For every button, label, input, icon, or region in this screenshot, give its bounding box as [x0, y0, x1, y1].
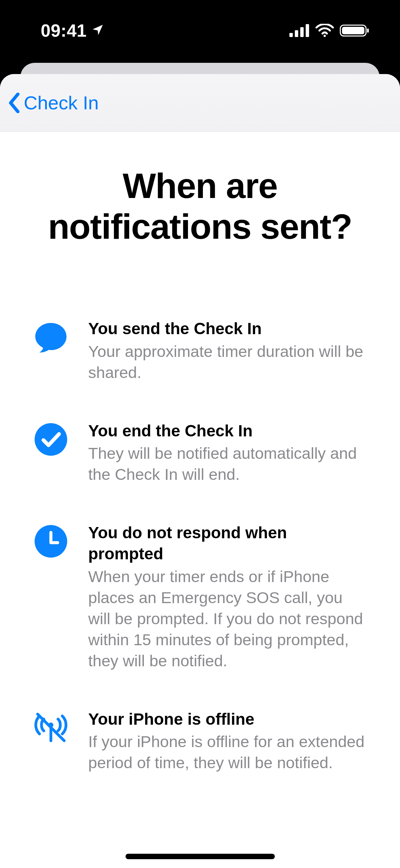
battery-icon: [340, 24, 369, 37]
list-item-title: Your iPhone is offline: [88, 709, 366, 730]
chevron-left-icon: [7, 93, 21, 113]
list-item-text: Your iPhone is offline If your iPhone is…: [88, 709, 366, 773]
list-item: You do not respond when prompted When yo…: [34, 522, 366, 671]
status-time: 09:41: [41, 20, 87, 41]
home-indicator[interactable]: [126, 854, 275, 859]
list-item-title: You send the Check In: [88, 318, 366, 339]
svg-rect-3: [306, 24, 309, 37]
content-area: When are notifications sent? You send th…: [0, 132, 400, 868]
list-item-desc: If your iPhone is offline for an extende…: [88, 731, 366, 773]
svg-point-4: [324, 35, 326, 37]
list-item-text: You send the Check In Your approximate t…: [88, 318, 366, 383]
svg-rect-2: [300, 27, 304, 37]
back-button[interactable]: Check In: [7, 92, 99, 114]
list-item-text: You do not respond when prompted When yo…: [88, 522, 366, 671]
list-item: You send the Check In Your approximate t…: [34, 318, 366, 383]
wifi-icon: [315, 24, 334, 37]
list-item: Your iPhone is offline If your iPhone is…: [34, 709, 366, 773]
location-icon: [91, 20, 104, 41]
list-item-desc: When your timer ends or if iPhone places…: [88, 566, 366, 671]
status-left: 09:41: [41, 20, 104, 41]
list-item-title: You do not respond when prompted: [88, 522, 366, 565]
checkmark-circle-icon: [34, 422, 68, 456]
offline-icon: [34, 711, 68, 745]
cellular-icon: [289, 24, 310, 37]
nav-bar: Check In: [0, 74, 400, 132]
list-item-desc: They will be notified automatically and …: [88, 443, 366, 485]
svg-point-8: [35, 423, 67, 456]
modal-sheet: Check In When are notifications sent? Yo…: [0, 74, 400, 868]
message-bubble-icon: [34, 320, 68, 354]
page-title: When are notifications sent?: [34, 166, 366, 247]
svg-rect-7: [367, 29, 369, 33]
svg-rect-6: [342, 27, 364, 34]
svg-rect-1: [295, 30, 298, 37]
list-item-title: You end the Check In: [88, 420, 366, 441]
status-right: [289, 24, 369, 37]
list-item-desc: Your approximate timer duration will be …: [88, 341, 366, 383]
list-item-text: You end the Check In They will be notifi…: [88, 420, 366, 485]
clock-icon: [34, 524, 68, 558]
list-item: You end the Check In They will be notifi…: [34, 420, 366, 485]
svg-rect-0: [289, 33, 293, 37]
status-bar: 09:41: [0, 0, 400, 61]
back-button-label: Check In: [24, 92, 99, 114]
